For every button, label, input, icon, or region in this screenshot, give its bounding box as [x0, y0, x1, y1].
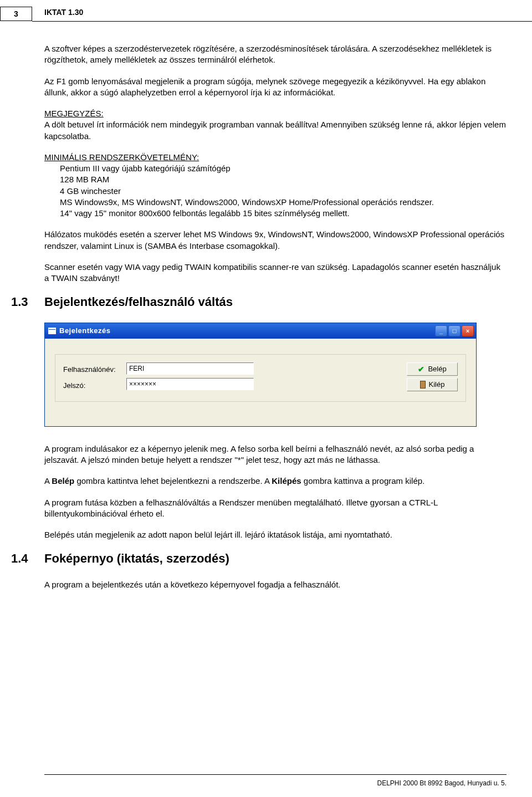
section-1-4: 1.4 Foképernyo (iktatás, szerzodés): [11, 550, 507, 567]
requirement-line: MS Windows9x, MS WindowsNT, Windows2000,…: [60, 197, 507, 208]
login-button-label: Belép: [428, 365, 446, 373]
paragraph: Hálózatos muködés esetén a szerver lehet…: [44, 229, 507, 252]
label-username: Felhasználónév:: [63, 365, 121, 375]
requirements-block: MINIMÁLIS RENDSZERKÖVETELMÉNY: Pentium I…: [44, 152, 507, 219]
paragraph: A szoftver képes a szerzodéstervezetek r…: [44, 43, 507, 66]
titlebar: Bejelentkezés _ □ ×: [45, 323, 476, 339]
login-window: Bejelentkezés _ □ × Felhasználónév: Jels…: [44, 323, 477, 427]
footer-rule: [44, 774, 507, 775]
paragraph: Belépés után megjelenik az adott napon b…: [44, 529, 507, 540]
header-rule: [32, 21, 532, 22]
exit-button-label: Kilép: [429, 380, 445, 389]
window-icon: [48, 328, 56, 334]
header-title: IKTAT 1.30: [44, 8, 83, 17]
paragraph: A Belép gombra kattintva lehet bejelentk…: [44, 476, 507, 487]
requirements-label: MINIMÁLIS RENDSZERKÖVETELMÉNY:: [44, 152, 199, 162]
requirement-line: 128 MB RAM: [60, 174, 507, 185]
requirement-line: 14" vagy 15" monitor 800x600 felbontás l…: [60, 208, 507, 219]
maximize-button[interactable]: □: [448, 325, 461, 336]
section-title: Bejelentkezés/felhasználó váltás: [44, 294, 233, 310]
paragraph: A program indulásakor ez a képernyo jele…: [44, 443, 507, 466]
password-input[interactable]: [126, 378, 254, 390]
label-password: Jelszó:: [63, 381, 121, 391]
window-title: Bejelentkezés: [59, 326, 111, 336]
section-number: 1.3: [11, 294, 44, 310]
close-button[interactable]: ×: [462, 325, 474, 336]
paragraph: A program futása közben a felhasználóvál…: [44, 497, 507, 520]
minimize-button[interactable]: _: [435, 325, 447, 336]
note-text: A dölt betuvel írt információk nem minde…: [44, 120, 506, 140]
paragraph: Az F1 gomb lenyomásával megjelenik a pro…: [44, 76, 507, 99]
section-number: 1.4: [11, 550, 44, 567]
window-body: Felhasználónév: Jelszó: ✔ Belép: [45, 339, 476, 426]
exit-button[interactable]: Kilép: [407, 378, 458, 391]
section-title: Foképernyo (iktatás, szerzodés): [44, 550, 229, 567]
requirement-line: Pentium III vagy újabb kategóriájú számí…: [60, 163, 507, 174]
login-button[interactable]: ✔ Belép: [407, 362, 458, 376]
section-1-3: 1.3 Bejelentkezés/felhasználó váltás: [11, 294, 507, 310]
door-icon: [420, 381, 426, 389]
main-content: A szoftver képes a szerzodéstervezetek r…: [44, 43, 507, 600]
requirement-line: 4 GB winchester: [60, 186, 507, 197]
note-block: MEGJEGYZÉS: A dölt betuvel írt informáci…: [44, 108, 507, 142]
paragraph: A program a bejelentkezés után a követke…: [44, 579, 507, 590]
check-icon: ✔: [418, 365, 424, 374]
page-number: 3: [0, 7, 32, 21]
footer-text: DELPHI 2000 Bt 8992 Bagod, Hunyadi u. 5.: [377, 779, 507, 787]
paragraph: Scanner esetén vagy WIA vagy pedig TWAIN…: [44, 262, 507, 284]
note-label: MEGJEGYZÉS:: [44, 109, 104, 118]
username-input[interactable]: [126, 362, 254, 375]
